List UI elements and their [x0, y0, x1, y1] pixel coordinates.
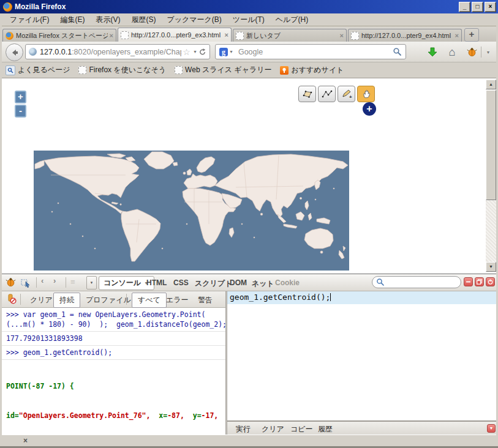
chevron-down-icon: ▼ [485, 50, 492, 54]
search-icon[interactable] [393, 47, 402, 56]
console-line: >>> var geom_1 = new OpenLayers.Geometry… [6, 310, 221, 319]
detach-window-icon [477, 279, 482, 285]
run-button[interactable]: 実行 [236, 424, 251, 435]
tab-cookie[interactable]: Cookie [275, 278, 300, 287]
browser-window: Mozilla Firefox _ □ × ファイル(F) 編集(E) 表示(V… [0, 0, 498, 448]
history-back-button[interactable]: ‹ [41, 276, 43, 285]
tab-bar: Mozilla Firefox スタートページ × http://127.0.0… [2, 27, 496, 42]
close-button[interactable]: × [485, 2, 496, 12]
pan-hand-button[interactable] [357, 86, 375, 102]
menu-edit[interactable]: 編集(E) [55, 13, 90, 26]
property-value[interactable]: -17, [202, 411, 219, 420]
toolbar-expand-button[interactable]: + [363, 102, 376, 116]
clear-button[interactable]: クリア [262, 424, 284, 435]
search-input[interactable]: Google [235, 48, 393, 56]
draw-polygon-button[interactable] [298, 86, 316, 102]
window-title: Mozilla Firefox [15, 2, 458, 11]
menu-bar: ファイル(F) 編集(E) 表示(V) 履歴(S) ブックマーク(B) ツール(… [2, 13, 496, 26]
url-host: 127.0.0.1 [40, 48, 72, 56]
new-tab-button[interactable]: + [464, 28, 479, 42]
bookmark-getting-started[interactable]: Firefox を使いこなそう [78, 65, 166, 75]
back-button[interactable] [6, 43, 23, 61]
console-output[interactable]: >>> var geom_1 = new OpenLayers.Geometry… [2, 308, 225, 435]
firebug-detach-button[interactable] [475, 277, 484, 286]
firebug-button[interactable] [465, 45, 478, 59]
tab-label: Mozilla Firefox スタートページ [16, 31, 108, 40]
bookmark-web-slice-gallery[interactable]: Web スライス ギャラリー [175, 65, 271, 75]
firebug-menu-button[interactable] [6, 277, 16, 287]
property-value[interactable]: "OpenLayers.Geometry.Point_76", [19, 411, 151, 420]
url-text[interactable]: 127.0.0.1:8020/openlayers_example/Chapte [40, 48, 181, 56]
editor-collapse-button[interactable]: ▼ [487, 424, 496, 433]
console-clear-button[interactable]: クリア [30, 295, 53, 305]
panel-options-dropdown[interactable]: ▼ [86, 276, 97, 289]
filter-warnings-button[interactable]: 警告 [198, 295, 213, 305]
filter-all-button[interactable]: すべて [132, 293, 167, 308]
console-persist-button[interactable]: 持続 [53, 293, 80, 308]
tab-start-page[interactable]: Mozilla Firefox スタートページ × [2, 29, 116, 42]
tab-ex4[interactable]: http://127.0.0...pter9_ex4.html × [348, 29, 462, 42]
command-line[interactable]: geom_1.getCentroid(); [227, 291, 496, 304]
tab-css[interactable]: CSS [173, 278, 189, 287]
menu-history[interactable]: 履歴(S) [126, 13, 161, 26]
tab-html[interactable]: HTML [146, 278, 167, 287]
page-placeholder-icon [236, 32, 244, 40]
inspect-element-button[interactable] [20, 277, 31, 288]
page-scrollbar[interactable]: ▲ ▼ [486, 80, 496, 272]
maximize-button[interactable]: □ [472, 2, 483, 12]
menu-tools[interactable]: ツール(T) [227, 13, 270, 26]
draw-line-button[interactable] [318, 86, 336, 102]
draw-point-button[interactable]: + [338, 86, 355, 102]
download-button[interactable] [426, 45, 439, 59]
history-forward-button[interactable]: › [53, 276, 56, 285]
url-bar[interactable]: 127.0.0.1:8020/openlayers_example/Chapte… [25, 44, 210, 59]
home-button[interactable]: ⌂ [445, 45, 459, 59]
console-entry-result[interactable]: 177.79201331893398 [2, 332, 225, 346]
tab-close-icon[interactable]: × [453, 32, 459, 39]
toolbar-overflow-button[interactable]: ▼ [483, 45, 493, 59]
console-profile-button[interactable]: プロファイル [86, 295, 131, 305]
tab-close-icon[interactable]: × [223, 31, 228, 39]
property-value[interactable]: -87, [167, 411, 184, 420]
tab-close-icon[interactable]: × [108, 32, 113, 39]
firebug-close-button[interactable] [486, 277, 495, 286]
scroll-up-button[interactable]: ▲ [486, 80, 496, 89]
firebug-search-field[interactable] [372, 276, 461, 288]
firebug-minimize-button[interactable] [464, 277, 473, 286]
filter-errors-button[interactable]: エラー [166, 295, 189, 305]
menu-file[interactable]: ファイル(F) [4, 13, 55, 26]
history-button[interactable]: 履歴 [318, 424, 333, 435]
copy-button[interactable]: コピー [290, 424, 313, 435]
console-entry-object[interactable]: POINT(-87 -17) { id="OpenLayers.Geometry… [2, 360, 225, 435]
panel-list-icon[interactable]: ≡ [70, 277, 75, 286]
menu-help[interactable]: ヘルプ(H) [270, 13, 314, 26]
break-on-errors-button[interactable] [7, 294, 17, 304]
zoom-out-button[interactable]: - [15, 105, 26, 118]
google-icon: g [219, 48, 228, 56]
search-engine-dropdown-icon[interactable]: ▼ [228, 50, 235, 54]
console-entry-input[interactable]: >>> geom_1.getCentroid(); [2, 346, 225, 360]
scroll-down-button[interactable]: ▼ [486, 262, 496, 272]
tab-close-icon[interactable]: × [338, 32, 344, 39]
minimize-button[interactable]: _ [459, 2, 470, 12]
bookmark-star-icon[interactable]: ☆ [181, 47, 192, 57]
bookmark-label: Web スライス ギャラリー [183, 65, 271, 75]
url-dropdown-icon[interactable]: ▼ [192, 50, 198, 54]
search-bar[interactable]: g ▼ Google [215, 44, 406, 59]
scrollbar-thumb[interactable] [486, 90, 496, 200]
console-entry-input[interactable]: >>> var geom_1 = new OpenLayers.Geometry… [2, 308, 225, 332]
tab-script[interactable]: スクリプト [195, 278, 232, 289]
bookmark-most-visited[interactable]: よく見るページ [6, 65, 70, 75]
tab-ex3-active[interactable]: http://127.0.0...pter9_ex3.html × [118, 28, 232, 42]
findbar-close-icon[interactable]: × [23, 436, 28, 445]
tab-dom[interactable]: DOM [230, 278, 247, 287]
reload-icon[interactable] [198, 48, 206, 56]
menu-view[interactable]: 表示(V) [90, 13, 126, 26]
menu-bookmarks[interactable]: ブックマーク(B) [161, 13, 227, 26]
zoom-in-button[interactable]: + [15, 91, 26, 103]
command-editor[interactable]: geom_1.getCentroid(); [227, 291, 496, 421]
tab-new-tab[interactable]: 新しいタブ × [233, 29, 347, 42]
bookmark-suggested-sites[interactable]: おすすめサイト [280, 65, 344, 75]
world-map[interactable] [34, 151, 349, 271]
tab-net[interactable]: ネット [252, 278, 274, 289]
